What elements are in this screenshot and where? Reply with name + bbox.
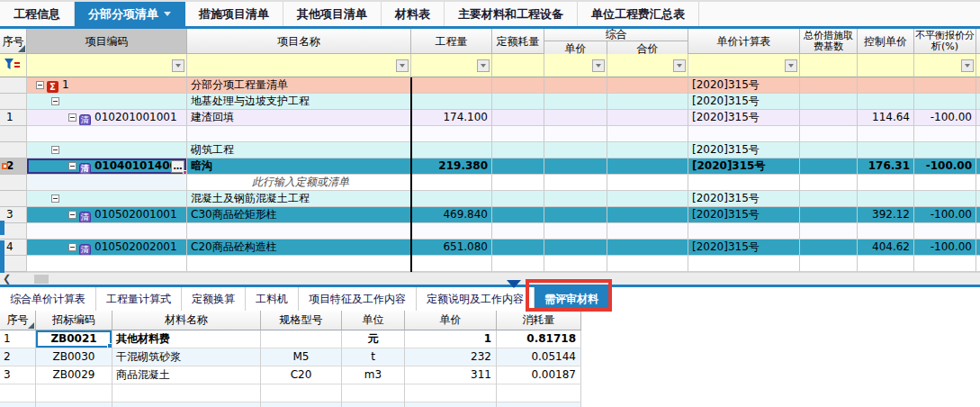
tab-工程信息[interactable]: 工程信息 xyxy=(0,2,75,26)
filter-dropdown-button[interactable] xyxy=(172,59,184,72)
measure-base-cell[interactable] xyxy=(800,256,858,272)
measure-base-cell[interactable] xyxy=(800,94,858,110)
control-price-cell[interactable] xyxy=(858,256,914,272)
unit-price-cell[interactable] xyxy=(544,256,607,272)
measure-base-cell[interactable] xyxy=(800,158,858,175)
row-header-cell[interactable] xyxy=(0,126,27,142)
materials-usage-cell[interactable] xyxy=(497,384,581,402)
control-price-cell[interactable] xyxy=(858,223,914,240)
collapse-icon[interactable] xyxy=(68,243,76,251)
col-header-composite[interactable]: 综合 xyxy=(544,29,688,41)
name-cell[interactable]: 混凝土及钢筋混凝土工程 xyxy=(187,191,411,207)
tab-其他项目清单[interactable]: 其他项目清单 xyxy=(283,2,382,26)
materials-name-cell[interactable] xyxy=(112,402,261,407)
chevron-down-icon[interactable] xyxy=(164,12,171,16)
name-cell[interactable]: C30商品砼矩形柱 xyxy=(187,207,411,223)
price-calc-cell[interactable]: [2020]315号 xyxy=(688,191,800,207)
unit-price-cell[interactable] xyxy=(544,94,607,110)
unit-price-cell[interactable] xyxy=(544,77,607,94)
table-row[interactable]: 1清010201001001建渣回填174.100[2020]315号114.6… xyxy=(0,110,980,126)
unit-price-cell[interactable] xyxy=(544,110,607,126)
materials-code-cell[interactable]: ZB0029 xyxy=(36,366,112,384)
materials-unit-cell[interactable] xyxy=(342,384,405,402)
unit-price-cell[interactable] xyxy=(544,175,607,191)
col-header-control-price[interactable]: 控制单价 xyxy=(858,29,914,54)
filter-cell-danjia[interactable] xyxy=(544,54,607,77)
total-price-cell[interactable] xyxy=(607,142,688,158)
measure-base-cell[interactable] xyxy=(800,191,858,207)
code-cell[interactable] xyxy=(27,223,187,240)
filter-dropdown-button[interactable] xyxy=(396,59,409,72)
table-row[interactable]: 砌筑工程[2020]315号 xyxy=(0,142,980,158)
filter-cell-zj[interactable] xyxy=(800,54,858,77)
table-row[interactable]: Σ1分部分项工程量清单[2020]315号 xyxy=(0,77,980,94)
materials-usage-cell[interactable]: 0.05144 xyxy=(497,348,581,366)
collapse-icon[interactable] xyxy=(68,162,76,170)
name-cell[interactable] xyxy=(187,256,411,272)
materials-unit-cell[interactable]: t xyxy=(342,348,405,366)
table-row[interactable]: 地基处理与边坡支护工程[2020]315号 xyxy=(0,94,980,110)
materials-seq-cell[interactable]: 1 xyxy=(0,330,36,348)
measure-base-cell[interactable] xyxy=(800,175,858,191)
col-header-unbalanced[interactable]: 不平衡报价分析(%) xyxy=(914,29,976,54)
measure-base-cell[interactable] xyxy=(800,240,858,256)
collapse-icon[interactable] xyxy=(51,194,59,203)
code-cell[interactable] xyxy=(27,142,187,158)
row-header-cell[interactable] xyxy=(0,175,27,191)
quota-usage-cell[interactable] xyxy=(492,110,544,126)
qty-cell[interactable] xyxy=(411,256,492,272)
total-price-cell[interactable] xyxy=(607,126,688,142)
price-calc-cell[interactable]: [2020]315号 xyxy=(688,240,800,256)
collapse-icon[interactable] xyxy=(51,97,59,105)
quota-usage-cell[interactable] xyxy=(492,77,544,94)
filter-cell-calc[interactable] xyxy=(688,54,800,77)
unbalanced-cell[interactable] xyxy=(914,175,976,191)
materials-row[interactable] xyxy=(0,384,581,402)
total-price-cell[interactable] xyxy=(607,94,688,110)
qty-cell[interactable]: 651.080 xyxy=(411,240,492,256)
row-header-cell[interactable] xyxy=(0,77,27,94)
measure-base-cell[interactable] xyxy=(800,77,858,94)
name-cell[interactable] xyxy=(187,223,411,240)
price-calc-cell[interactable]: [2020]315号 xyxy=(688,94,800,110)
collapse-icon[interactable] xyxy=(51,146,59,154)
code-cell[interactable]: 清010401014001… xyxy=(27,158,187,175)
measure-base-cell[interactable] xyxy=(800,207,858,223)
materials-col-header-序号[interactable]: 序号 xyxy=(0,311,36,330)
code-cell[interactable]: Σ1 xyxy=(27,77,187,94)
materials-spec-cell[interactable] xyxy=(261,402,342,407)
unbalanced-cell[interactable]: -100.00 xyxy=(914,158,976,175)
bottom-tab-工程量计算式[interactable]: 工程量计算式 xyxy=(96,287,182,311)
quota-usage-cell[interactable] xyxy=(492,240,544,256)
total-price-cell[interactable] xyxy=(607,256,688,272)
materials-col-header-规格型号[interactable]: 规格型号 xyxy=(261,311,342,330)
unbalanced-cell[interactable] xyxy=(914,142,976,158)
materials-price-cell[interactable]: 1 xyxy=(405,330,497,348)
tab-单位工程费汇总表[interactable]: 单位工程费汇总表 xyxy=(578,2,699,26)
filter-cell-dh[interactable] xyxy=(492,54,544,77)
unit-price-cell[interactable] xyxy=(544,240,607,256)
row-header-cell[interactable] xyxy=(0,191,27,207)
materials-col-header-单位[interactable]: 单位 xyxy=(342,311,405,330)
filter-dropdown-button[interactable] xyxy=(785,59,797,72)
table-row[interactable] xyxy=(0,223,980,240)
materials-name-cell[interactable] xyxy=(112,384,261,402)
unit-price-cell[interactable] xyxy=(544,126,607,142)
measure-base-cell[interactable] xyxy=(800,223,858,240)
horizontal-scrollbar[interactable]: ❮ xyxy=(0,272,980,285)
measure-base-cell[interactable] xyxy=(800,126,858,142)
tab-主要材料和工程设备[interactable]: 主要材料和工程设备 xyxy=(445,2,578,26)
materials-row[interactable]: 1ZB0021其他材料费元10.81718 xyxy=(0,330,581,348)
unbalanced-cell[interactable] xyxy=(914,191,976,207)
unit-price-cell[interactable] xyxy=(544,223,607,240)
measure-base-cell[interactable] xyxy=(800,142,858,158)
materials-seq-cell[interactable] xyxy=(0,384,36,402)
quota-usage-cell[interactable] xyxy=(492,223,544,240)
unit-price-cell[interactable] xyxy=(544,158,607,175)
materials-usage-cell[interactable]: 0.81718 xyxy=(497,330,581,348)
bottom-tab-工料机[interactable]: 工料机 xyxy=(246,287,299,311)
scrollbar-thumb[interactable] xyxy=(34,275,49,284)
unbalanced-cell[interactable]: -100.00 xyxy=(914,240,976,256)
materials-seq-cell[interactable]: 3 xyxy=(0,366,36,384)
price-calc-cell[interactable]: [2020]315号 xyxy=(688,142,800,158)
